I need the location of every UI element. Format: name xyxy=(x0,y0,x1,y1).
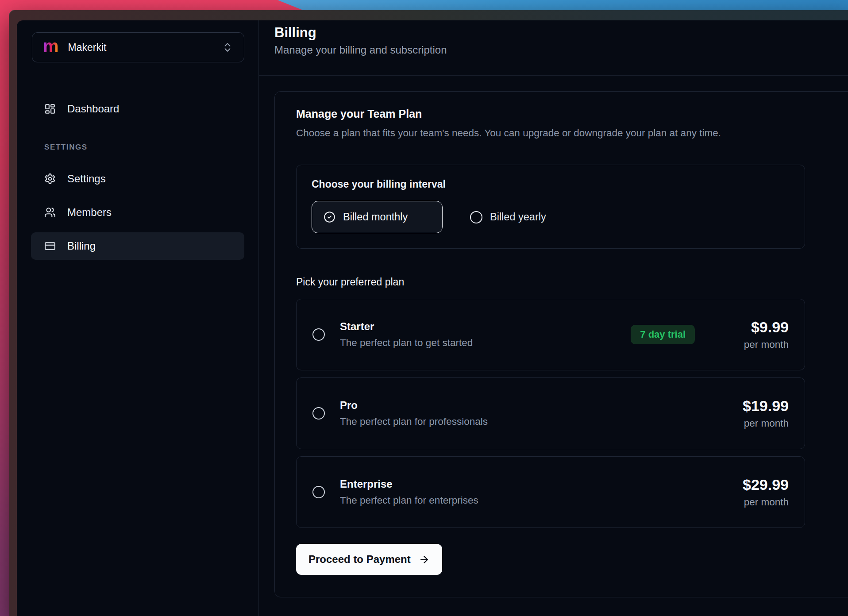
sidebar-item-dashboard[interactable]: Dashboard xyxy=(31,95,244,123)
billing-interval-options: Billed monthly Billed yearly xyxy=(312,201,790,233)
app-window: m Makerkit Dashboard SETTINGS xyxy=(9,10,848,616)
sidebar-section-settings: SETTINGS xyxy=(31,143,244,152)
plan-description: The perfect plan to get started xyxy=(340,337,473,349)
page-content: Manage your Team Plan Choose a plan that… xyxy=(259,76,848,616)
plan-name: Enterprise xyxy=(340,478,478,490)
billed-monthly-label: Billed monthly xyxy=(343,211,408,223)
plan-period: per month xyxy=(713,497,789,508)
plan-text: Pro The perfect plan for professionals xyxy=(340,399,488,427)
makerkit-logo-icon: m xyxy=(43,37,59,55)
plan-row-pro[interactable]: Pro The perfect plan for professionals $… xyxy=(296,377,805,449)
trial-badge: 7 day trial xyxy=(631,325,695,344)
billed-yearly-option[interactable]: Billed yearly xyxy=(470,211,546,223)
workspace-name: Makerkit xyxy=(68,42,107,54)
page-title: Billing xyxy=(274,24,848,42)
card-title: Manage your Team Plan xyxy=(296,108,848,120)
plan-description: The perfect plan for enterprises xyxy=(340,495,478,506)
page-subtitle: Manage your billing and subscription xyxy=(274,44,848,56)
billing-interval-box: Choose your billing interval Billed mont… xyxy=(296,165,805,249)
main-content: Billing Manage your billing and subscrip… xyxy=(259,20,848,616)
plan-description: The perfect plan for professionals xyxy=(340,416,488,427)
page-header: Billing Manage your billing and subscrip… xyxy=(259,20,848,76)
sidebar-item-label: Settings xyxy=(67,173,106,185)
radio-circle-icon[interactable] xyxy=(312,328,325,341)
plan-period: per month xyxy=(713,339,789,350)
arrow-right-icon xyxy=(419,554,430,565)
plan-row-enterprise[interactable]: Enterprise The perfect plan for enterpri… xyxy=(296,456,805,528)
billed-yearly-label: Billed yearly xyxy=(490,211,546,223)
plan-row-starter[interactable]: Starter The perfect plan to get started … xyxy=(296,299,805,370)
radio-circle-icon xyxy=(470,211,482,223)
radio-circle-icon[interactable] xyxy=(312,486,325,498)
plan-price-block: $9.99 per month xyxy=(713,319,789,350)
radio-circle-icon[interactable] xyxy=(312,407,325,420)
plan-price-block: $29.99 per month xyxy=(713,476,789,508)
sidebar-nav: Dashboard SETTINGS Settings Members xyxy=(17,95,258,260)
plan-name: Starter xyxy=(340,320,473,333)
plan-price-block: $19.99 per month xyxy=(713,397,789,429)
proceed-to-payment-button[interactable]: Proceed to Payment xyxy=(296,544,442,575)
plan-price: $9.99 xyxy=(713,319,789,336)
chevrons-up-down-icon xyxy=(222,42,233,53)
plan-text: Enterprise The perfect plan for enterpri… xyxy=(340,478,478,506)
team-plan-card: Manage your Team Plan Choose a plan that… xyxy=(274,91,848,597)
gear-icon xyxy=(44,173,56,185)
plan-price: $19.99 xyxy=(713,397,789,415)
sidebar-item-members[interactable]: Members xyxy=(31,199,244,226)
desktop: m Makerkit Dashboard SETTINGS xyxy=(0,0,848,616)
billing-interval-label: Choose your billing interval xyxy=(312,178,790,190)
sidebar-item-label: Members xyxy=(67,206,112,219)
plans-label: Pick your preferred plan xyxy=(296,276,848,288)
sidebar-item-billing[interactable]: Billing xyxy=(31,232,244,260)
card-subtitle: Choose a plan that fits your team's need… xyxy=(296,127,848,139)
sidebar-item-settings[interactable]: Settings xyxy=(31,165,244,192)
credit-card-icon xyxy=(44,240,56,252)
app-surface: m Makerkit Dashboard SETTINGS xyxy=(17,20,848,616)
sidebar-item-label: Dashboard xyxy=(67,103,119,115)
plan-price: $29.99 xyxy=(713,476,789,493)
plan-name: Pro xyxy=(340,399,488,412)
sidebar-item-label: Billing xyxy=(67,240,96,252)
layout-dashboard-icon xyxy=(44,103,56,115)
sidebar: m Makerkit Dashboard SETTINGS xyxy=(17,20,259,616)
users-icon xyxy=(44,207,56,218)
plan-period: per month xyxy=(713,418,789,429)
proceed-to-payment-label: Proceed to Payment xyxy=(308,553,411,566)
check-circle-icon xyxy=(324,211,335,223)
billed-monthly-option[interactable]: Billed monthly xyxy=(312,201,443,233)
workspace-selector[interactable]: m Makerkit xyxy=(32,32,244,62)
plan-text: Starter The perfect plan to get started xyxy=(340,320,473,349)
